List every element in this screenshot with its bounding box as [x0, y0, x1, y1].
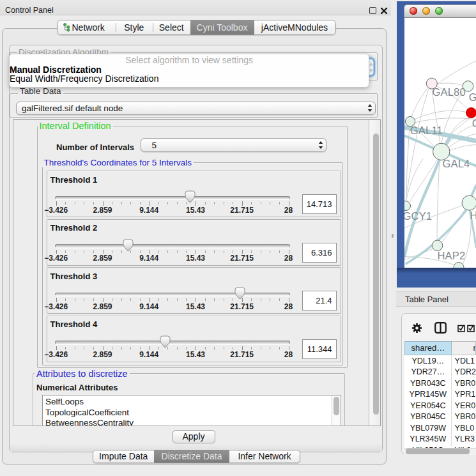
svg-text:GAL80: GAL80 [433, 86, 466, 98]
svg-text:GAL4: GAL4 [442, 158, 470, 169]
svg-text:C: C [472, 117, 476, 128]
svg-text:HAP2: HAP2 [438, 250, 466, 261]
svg-text:GAL11: GAL11 [410, 125, 443, 136]
svg-text:GA: GA [469, 91, 476, 102]
svg-text:GCY1: GCY1 [404, 210, 432, 222]
svg-text:H: H [470, 210, 476, 221]
